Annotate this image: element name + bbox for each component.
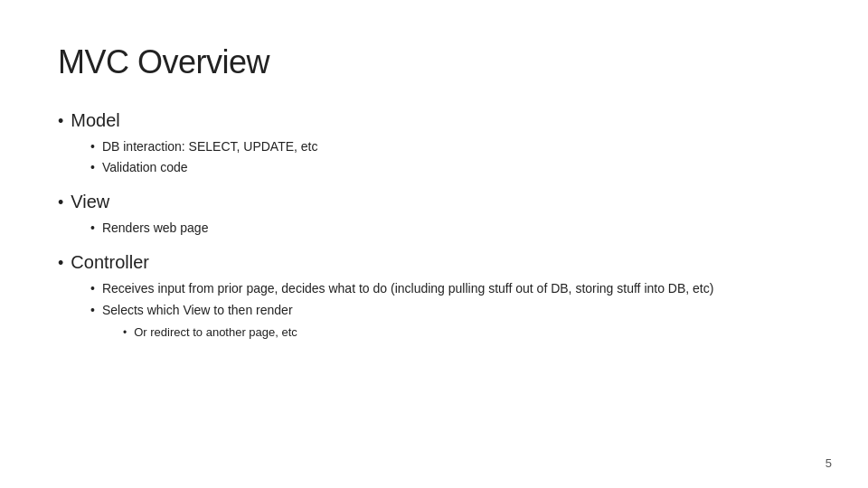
view-label: • View bbox=[58, 188, 810, 215]
section-view: • View • Renders web page bbox=[58, 188, 810, 238]
bullet-redirect: • bbox=[123, 324, 127, 341]
controller-label: • Controller bbox=[58, 249, 810, 276]
model-validation-text: Validation code bbox=[102, 158, 188, 177]
model-title: Model bbox=[71, 107, 119, 134]
view-subitems: • Renders web page bbox=[58, 219, 810, 238]
bullet-db: • bbox=[90, 140, 95, 153]
controller-level3: • Or redirect to another page, etc bbox=[90, 324, 810, 342]
list-item: • Renders web page bbox=[90, 219, 810, 238]
controller-receives-text: Receives input from prior page, decides … bbox=[102, 279, 714, 297]
bullet-selects: • bbox=[90, 304, 95, 316]
bullet-validation: • bbox=[90, 161, 95, 174]
list-item: • Selects which View to then render bbox=[90, 301, 810, 320]
bullet-model: • bbox=[58, 113, 63, 129]
bullet-view: • bbox=[58, 194, 63, 211]
section-controller: • Controller • Receives input from prior… bbox=[58, 249, 810, 342]
bullet-controller: • bbox=[58, 255, 63, 271]
controller-selects-text: Selects which View to then render bbox=[102, 301, 293, 320]
controller-subitems: • Receives input from prior page, decide… bbox=[58, 279, 810, 342]
model-db-text: DB interaction: SELECT, UPDATE, etc bbox=[102, 137, 318, 156]
page-number: 5 bbox=[826, 456, 832, 470]
bullet-renders: • bbox=[90, 221, 95, 234]
slide-title: MVC Overview bbox=[58, 43, 810, 81]
list-item: • Or redirect to another page, etc bbox=[123, 324, 810, 342]
slide: MVC Overview • Model • DB interaction: S… bbox=[0, 0, 868, 488]
slide-content: • Model • DB interaction: SELECT, UPDATE… bbox=[58, 107, 810, 342]
bullet-receives: • bbox=[90, 282, 95, 295]
model-subitems: • DB interaction: SELECT, UPDATE, etc • … bbox=[58, 137, 810, 177]
model-label: • Model bbox=[58, 107, 810, 134]
section-model: • Model • DB interaction: SELECT, UPDATE… bbox=[58, 107, 810, 177]
controller-redirect-text: Or redirect to another page, etc bbox=[134, 324, 297, 342]
list-item: • DB interaction: SELECT, UPDATE, etc bbox=[90, 137, 810, 156]
controller-title: Controller bbox=[71, 249, 149, 276]
view-title: View bbox=[71, 188, 109, 215]
list-item: • Validation code bbox=[90, 158, 810, 177]
list-item: • Receives input from prior page, decide… bbox=[90, 279, 810, 297]
view-renders-text: Renders web page bbox=[102, 219, 209, 238]
